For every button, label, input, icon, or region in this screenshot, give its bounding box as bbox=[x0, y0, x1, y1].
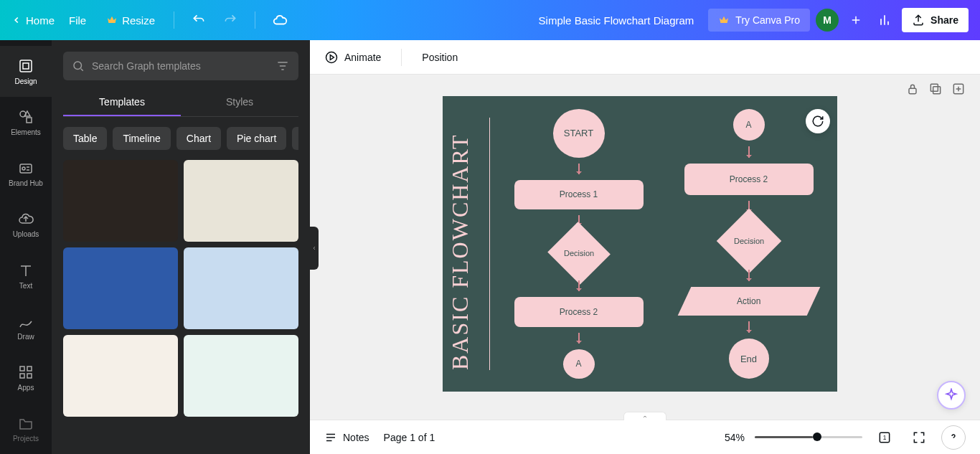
notes-button[interactable]: Notes bbox=[324, 431, 369, 444]
flow-process[interactable]: Process 1 bbox=[514, 180, 644, 209]
slide[interactable]: BASIC FLOWCHART START Process 1 Decision… bbox=[443, 96, 837, 392]
home-button[interactable]: Home bbox=[11, 14, 55, 27]
chip-chart[interactable]: Chart bbox=[176, 127, 221, 150]
upload-icon bbox=[912, 14, 925, 27]
side-panel: Templates Styles Table Timeline Chart Pi… bbox=[52, 40, 310, 454]
cloud-sync-button[interactable] bbox=[268, 9, 291, 32]
svg-rect-3 bbox=[27, 118, 32, 123]
crown-icon bbox=[718, 14, 730, 26]
rail-text[interactable]: Text bbox=[0, 250, 52, 301]
arrow-icon bbox=[748, 146, 750, 158]
template-thumbnail[interactable] bbox=[63, 335, 178, 417]
redo-button[interactable] bbox=[219, 9, 242, 32]
flow-action[interactable]: Action bbox=[677, 287, 820, 316]
home-label: Home bbox=[26, 14, 55, 27]
flow-decision[interactable]: Decision bbox=[716, 209, 781, 274]
grid-icon: 1 bbox=[877, 430, 892, 445]
rail-design[interactable]: Design bbox=[0, 46, 52, 97]
uploads-icon bbox=[17, 210, 34, 227]
svg-rect-6 bbox=[20, 366, 24, 371]
arrow-icon bbox=[748, 321, 750, 333]
flow-connector[interactable]: A bbox=[563, 349, 595, 379]
duplicate-icon[interactable] bbox=[928, 82, 943, 96]
help-button[interactable] bbox=[941, 425, 966, 450]
add-page-icon[interactable] bbox=[951, 82, 966, 96]
elements-icon bbox=[17, 108, 34, 126]
template-thumbnail[interactable] bbox=[184, 335, 298, 417]
fullscreen-button[interactable] bbox=[907, 425, 931, 450]
search-box[interactable] bbox=[63, 52, 298, 80]
try-pro-button[interactable]: Try Canva Pro bbox=[708, 9, 810, 32]
cloud-icon bbox=[272, 12, 288, 28]
tab-styles[interactable]: Styles bbox=[181, 90, 298, 116]
flow-end[interactable]: End bbox=[729, 339, 769, 379]
document-title[interactable]: Simple Basic Flowchart Diagram bbox=[297, 14, 702, 27]
share-button[interactable]: Share bbox=[902, 8, 969, 32]
chip-table[interactable]: Table bbox=[63, 127, 107, 150]
rail-label: Draw bbox=[17, 333, 34, 341]
flow-process[interactable]: Process 2 bbox=[514, 297, 644, 326]
chip-pie-chart[interactable]: Pie chart bbox=[227, 127, 286, 150]
arrow-icon bbox=[578, 280, 580, 291]
rail-uploads[interactable]: Uploads bbox=[0, 199, 52, 250]
rail-apps[interactable]: Apps bbox=[0, 352, 52, 403]
tab-templates[interactable]: Templates bbox=[63, 90, 181, 116]
slide-title[interactable]: BASIC FLOWCHART bbox=[443, 96, 484, 392]
flow-column-left: START Process 1 Decision Process 2 A bbox=[499, 109, 659, 379]
refresh-icon bbox=[811, 115, 824, 128]
zoom-value[interactable]: 54% bbox=[725, 432, 745, 443]
rail-draw[interactable]: Draw bbox=[0, 301, 52, 352]
sparkle-icon bbox=[944, 388, 958, 402]
canvas-viewport[interactable]: BASIC FLOWCHART START Process 1 Decision… bbox=[310, 75, 980, 420]
projects-icon bbox=[17, 415, 34, 432]
chip-more[interactable]: F bbox=[292, 127, 298, 150]
avatar[interactable]: M bbox=[816, 9, 839, 32]
svg-point-11 bbox=[326, 52, 337, 62]
plus-icon bbox=[849, 14, 862, 27]
chip-timeline[interactable]: Timeline bbox=[113, 127, 170, 150]
design-icon bbox=[17, 57, 34, 75]
arrow-icon bbox=[578, 333, 580, 344]
template-thumbnail[interactable] bbox=[63, 160, 178, 242]
divider bbox=[255, 11, 255, 29]
rail-elements[interactable]: Elements bbox=[0, 97, 52, 148]
resize-label: Resize bbox=[122, 14, 155, 27]
flow-start[interactable]: START bbox=[553, 109, 605, 158]
expand-pages-button[interactable] bbox=[623, 412, 666, 420]
template-thumbnail[interactable] bbox=[184, 160, 298, 242]
canvas-toolbar: Animate Position bbox=[310, 40, 980, 75]
rail-projects[interactable]: Projects bbox=[0, 403, 52, 454]
rail-label: Uploads bbox=[13, 230, 39, 238]
undo-button[interactable] bbox=[187, 9, 210, 32]
template-thumbnail[interactable] bbox=[184, 247, 298, 329]
flow-decision[interactable]: Decision bbox=[547, 222, 611, 285]
slider-thumb[interactable] bbox=[813, 432, 821, 441]
insights-button[interactable] bbox=[873, 9, 896, 32]
filter-icon[interactable] bbox=[275, 59, 290, 73]
svg-rect-12 bbox=[909, 88, 916, 94]
animate-button[interactable]: Animate bbox=[324, 50, 381, 65]
regenerate-button[interactable] bbox=[806, 109, 830, 133]
rail-brand-hub[interactable]: Brand Hub bbox=[0, 148, 52, 199]
rail-label: Elements bbox=[11, 128, 41, 136]
zoom-slider[interactable] bbox=[755, 436, 862, 438]
page-indicator[interactable]: Page 1 of 1 bbox=[384, 432, 435, 443]
undo-icon bbox=[192, 13, 206, 27]
flow-process[interactable]: Process 2 bbox=[684, 164, 814, 195]
flow-connector[interactable]: A bbox=[733, 109, 765, 141]
search-input[interactable] bbox=[92, 60, 268, 72]
divider bbox=[401, 49, 402, 66]
grid-view-button[interactable]: 1 bbox=[872, 425, 897, 450]
position-button[interactable]: Position bbox=[422, 52, 458, 63]
file-menu[interactable]: File bbox=[63, 10, 92, 31]
redo-icon bbox=[223, 13, 237, 27]
arrow-icon bbox=[748, 270, 750, 281]
rail-label: Projects bbox=[13, 435, 39, 443]
template-thumbnail[interactable] bbox=[63, 247, 178, 329]
draw-icon bbox=[17, 313, 34, 330]
resize-button[interactable]: Resize bbox=[100, 10, 161, 31]
add-member-button[interactable] bbox=[844, 9, 867, 32]
magic-button[interactable] bbox=[937, 381, 966, 410]
lock-icon[interactable] bbox=[905, 82, 920, 96]
apps-icon bbox=[17, 364, 34, 381]
